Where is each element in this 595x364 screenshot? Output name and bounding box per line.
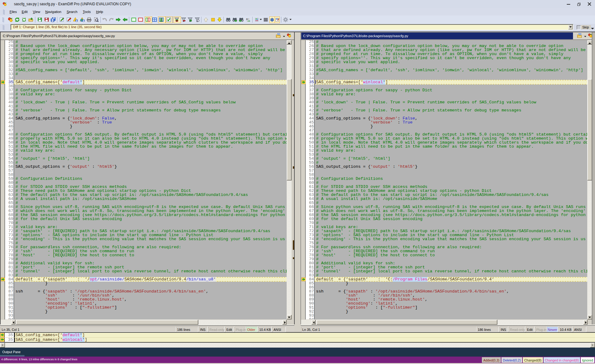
svg-text:B: B — [248, 18, 249, 20]
svg-text:A: A — [246, 18, 248, 20]
svg-text:AB: AB — [247, 20, 250, 22]
